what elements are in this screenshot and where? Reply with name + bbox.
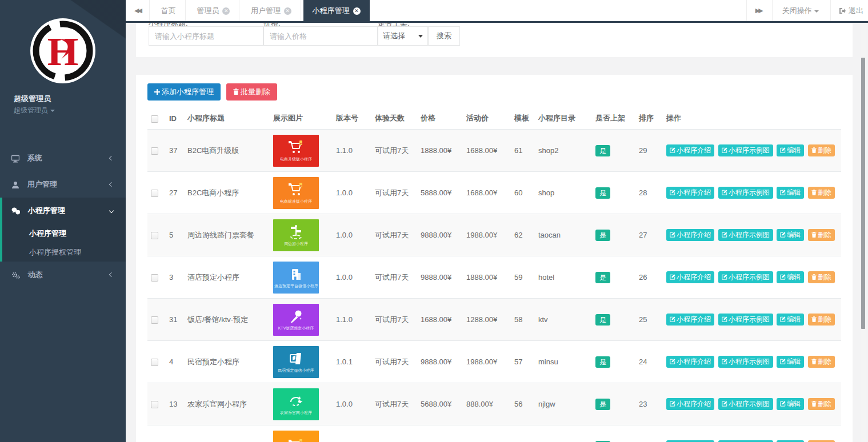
row-version [333, 425, 371, 442]
image-caption: 电商升级版小程序 [280, 156, 312, 162]
sidebar-item-system[interactable]: 系统 [0, 145, 126, 171]
row-version: 1.0.1 [333, 341, 371, 383]
sidebar-item-dynamics[interactable]: 动态 [0, 262, 126, 288]
tabs-scroll-right-button[interactable]: ▶▶ [746, 0, 770, 21]
tab-home[interactable]: 首页 [152, 0, 186, 21]
row-checkbox[interactable] [151, 232, 158, 239]
title-search-input[interactable] [149, 26, 263, 46]
room-icon [288, 351, 304, 368]
edit-button[interactable]: 编辑 [777, 187, 804, 199]
sidebar-item-miniprogram[interactable]: 小程序管理 [2, 198, 126, 224]
delete-button[interactable]: 删除 [808, 398, 835, 410]
edit-icon [722, 359, 727, 364]
price-search-input[interactable] [263, 26, 378, 46]
delete-button[interactable]: 删除 [808, 356, 835, 368]
search-button[interactable]: 搜索 [428, 26, 460, 46]
row-directory: minsu [535, 341, 592, 383]
example-image-button[interactable]: 小程序示例图 [718, 229, 773, 241]
trash-icon [811, 147, 817, 153]
edit-button[interactable]: 编辑 [777, 229, 804, 241]
delete-button[interactable]: 删除 [808, 271, 835, 283]
edit-button[interactable]: 编辑 [777, 314, 804, 326]
row-template-id: 58 [511, 299, 535, 341]
edit-icon [670, 359, 675, 364]
sidebar-profile: H 超级管理员 超级管理员 [0, 0, 126, 123]
row-display-image: 民宿预定微信小程序 [273, 346, 319, 378]
select-all-checkbox[interactable] [151, 115, 158, 123]
on-shelf-badge: 是 [595, 230, 610, 241]
mic-icon [288, 308, 304, 326]
row-trial-days: 可试用7天 [371, 383, 417, 425]
tabs-scroll-left-button[interactable]: ◀◀ [126, 0, 150, 21]
shelf-select[interactable]: 请选择 [378, 26, 428, 46]
intro-button[interactable]: 小程序介绍 [666, 229, 714, 241]
batch-delete-button[interactable]: 批量删除 [226, 83, 277, 101]
edit-icon [722, 232, 727, 238]
close-operations-dropdown[interactable]: 关闭操作 [772, 0, 828, 21]
row-checkbox[interactable] [151, 401, 158, 408]
intro-button[interactable]: 小程序介绍 [666, 356, 714, 368]
tab-miniprogram-manage[interactable]: 小程序管理✕ [303, 0, 370, 21]
row-display-image: 农家乐官网小程序 [273, 388, 319, 420]
edit-button[interactable]: 编辑 [777, 271, 804, 283]
delete-button[interactable]: 删除 [808, 144, 835, 156]
row-operations: 小程序介绍 小程序示例图 编辑 删除 [663, 341, 841, 383]
intro-button[interactable]: 小程序介绍 [666, 314, 714, 326]
table-row: 5 周边游线路门票套餐 周边游小程序 1.0.0 可试用7天 9888.00¥ … [147, 214, 841, 256]
edit-icon [670, 274, 675, 280]
sidebar-item-users[interactable]: 用户管理 [0, 171, 126, 198]
edit-button[interactable]: 编辑 [777, 356, 804, 368]
close-icon[interactable]: ✕ [222, 7, 230, 15]
vertical-scrollbar-track[interactable] [861, 23, 866, 442]
example-image-button[interactable]: 小程序示例图 [718, 271, 773, 283]
tab-admin[interactable]: 管理员✕ [187, 0, 239, 21]
delete-button[interactable]: 删除 [808, 314, 835, 326]
vertical-scrollbar-thumb[interactable] [861, 58, 865, 329]
trash-icon [811, 274, 817, 280]
row-checkbox[interactable] [151, 316, 158, 324]
row-price: 5888.00¥ [417, 172, 463, 214]
delete-button[interactable]: 删除 [808, 229, 835, 241]
intro-button[interactable]: 小程序介绍 [666, 271, 714, 283]
cart-icon: e [288, 182, 304, 199]
close-icon[interactable]: ✕ [353, 7, 361, 15]
profile-name: 超级管理员 [0, 89, 126, 104]
edit-button[interactable]: 编辑 [777, 398, 804, 410]
row-checkbox[interactable] [151, 147, 158, 155]
close-icon[interactable]: ✕ [284, 7, 291, 15]
tab-user-manage[interactable]: 用户管理✕ [242, 0, 301, 21]
trash-icon [811, 190, 817, 195]
edit-button[interactable]: 编辑 [777, 144, 804, 156]
example-image-button[interactable]: 小程序示例图 [718, 187, 773, 199]
sidebar-subitem-miniprogram-manage[interactable]: 小程序管理 [2, 224, 126, 243]
table-body: 37 B2C电商升级版 e 电商升级版小程序 1.1.0 可试用7天 1888.… [147, 130, 841, 442]
row-trial-days [371, 425, 417, 442]
sidebar-subitem-miniprogram-auth[interactable]: 小程序授权管理 [2, 243, 126, 262]
example-image-button[interactable]: 小程序示例图 [718, 398, 773, 410]
example-image-button[interactable]: 小程序示例图 [718, 314, 773, 326]
profile-role-dropdown[interactable]: 超级管理员 [0, 104, 126, 115]
row-checkbox[interactable] [151, 274, 158, 282]
table-row: 13 农家乐官网小程序 农家乐官网小程序 1.0.0 可试用7天 5688.00… [147, 383, 841, 425]
row-checkbox[interactable] [151, 190, 158, 197]
add-miniprogram-button[interactable]: 添加小程序管理 [147, 83, 221, 101]
col-template: 模板 [511, 107, 535, 130]
intro-button[interactable]: 小程序介绍 [666, 187, 714, 199]
image-caption: 农家乐官网小程序 [280, 410, 312, 416]
intro-button[interactable]: 小程序介绍 [666, 398, 714, 410]
chevron-left-icon [109, 272, 114, 277]
intro-button[interactable]: 小程序介绍 [666, 144, 714, 156]
row-template-id: 57 [511, 341, 535, 383]
logout-button[interactable]: 退出 [830, 0, 868, 21]
row-display-image: e 电商升级版小程序 [273, 135, 319, 167]
row-operations: 小程序介绍 小程序示例图 编辑 删除 [663, 130, 841, 172]
row-checkbox[interactable] [151, 359, 158, 366]
example-image-button[interactable]: 小程序示例图 [718, 356, 773, 368]
row-id: 3 [166, 256, 184, 299]
table-row: 27 B2C电商小程序 e 电商标准版小程序 1.0.0 可试用7天 5888.… [147, 172, 841, 214]
row-template-id [511, 425, 535, 442]
col-image: 展示图片 [270, 107, 333, 130]
delete-button[interactable]: 删除 [808, 187, 835, 199]
example-image-button[interactable]: 小程序示例图 [718, 144, 773, 156]
trash-icon [811, 316, 817, 322]
